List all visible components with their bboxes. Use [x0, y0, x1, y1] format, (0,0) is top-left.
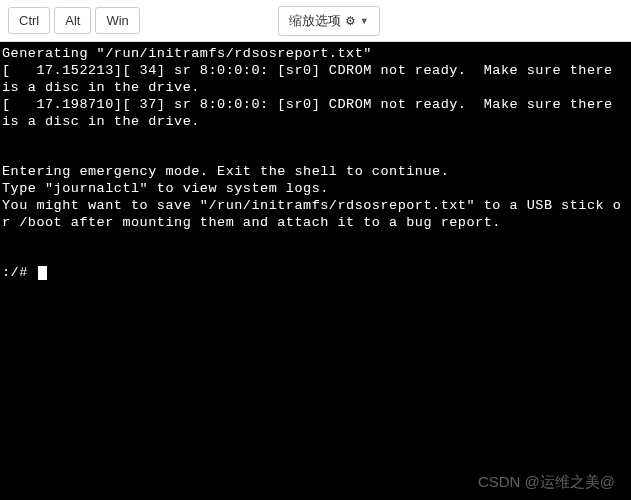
terminal-output[interactable]: Generating "/run/initramfs/rdsosreport.t…	[0, 42, 631, 500]
terminal-line: [ 17.152213][ 34] sr 8:0:0:0: [sr0] CDRO…	[2, 63, 621, 95]
zoom-options-label: 缩放选项	[289, 12, 341, 30]
terminal-line: [ 17.198710][ 37] sr 8:0:0:0: [sr0] CDRO…	[2, 97, 621, 129]
terminal-line: You might want to save "/run/initramfs/r…	[2, 198, 621, 230]
ctrl-button[interactable]: Ctrl	[8, 7, 50, 34]
terminal-line: Type "journalctl" to view system logs.	[2, 181, 329, 196]
caret-down-icon: ▼	[360, 16, 369, 26]
terminal-line: Generating "/run/initramfs/rdsosreport.t…	[2, 46, 372, 61]
toolbar: Ctrl Alt Win 缩放选项 ⚙ ▼	[0, 0, 631, 42]
alt-button[interactable]: Alt	[54, 7, 91, 34]
win-button[interactable]: Win	[95, 7, 139, 34]
zoom-options-button[interactable]: 缩放选项 ⚙ ▼	[278, 6, 380, 36]
terminal-line: Entering emergency mode. Exit the shell …	[2, 164, 449, 179]
cursor	[38, 266, 47, 280]
terminal-prompt: :/#	[2, 265, 36, 280]
gear-icon: ⚙	[345, 14, 356, 28]
